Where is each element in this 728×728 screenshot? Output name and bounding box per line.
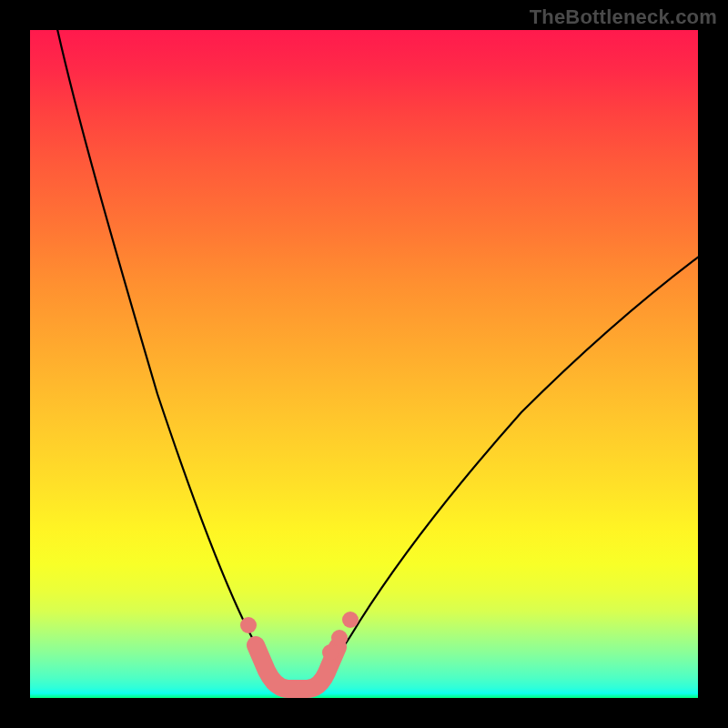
plot-area: [30, 30, 698, 698]
highlight-dot-right-1: [322, 644, 339, 661]
highlight-dot-right-3: [342, 612, 359, 628]
highlight-dot-left: [240, 617, 257, 633]
watermark-label: TheBottleneck.com: [530, 5, 717, 29]
chart-frame: TheBottleneck.com: [0, 0, 728, 728]
chart-svg: [30, 30, 698, 698]
highlight-dot-right-2: [331, 630, 348, 646]
bottleneck-curve: [56, 30, 698, 691]
